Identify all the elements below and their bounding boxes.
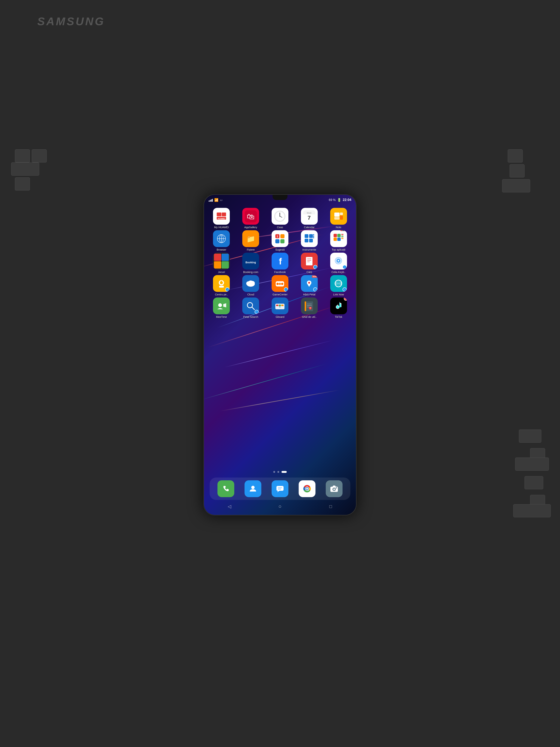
app-calendar[interactable]: Marți 7 Calendar <box>297 208 321 229</box>
download-badge-gamecenter: ↓ <box>284 287 288 291</box>
nav-recents-button[interactable]: □ <box>326 502 335 511</box>
app-booking[interactable]: Booking Booking.com <box>239 253 263 274</box>
app-label-sugestii: Sugestii <box>275 248 285 251</box>
kb-key <box>513 504 551 517</box>
app-icon-fisiere: 📁 <box>242 230 259 247</box>
app-label-ghid: Ghid de util.. <box>302 315 317 318</box>
svg-rect-43 <box>334 234 337 237</box>
page-dots <box>204 471 356 473</box>
dock-app-messages[interactable] <box>272 480 288 497</box>
app-icon-top-aplicatii <box>330 230 347 247</box>
app-meetime[interactable]: MeeTime <box>209 298 234 318</box>
app-instrumente[interactable]: Instrumente <box>297 230 321 251</box>
svg-rect-32 <box>281 234 285 238</box>
app-my-huawei[interactable]: HUAWEI My HUAWEI <box>209 208 234 229</box>
app-ceas[interactable]: Ceas <box>268 208 292 229</box>
svg-text:HUAWEI: HUAWEI <box>218 218 225 220</box>
svg-point-66 <box>220 281 223 284</box>
svg-rect-19 <box>340 212 343 215</box>
app-carti[interactable]: ↓ Cărți <box>297 253 321 274</box>
dock-app-contacts[interactable] <box>244 480 261 497</box>
svg-rect-41 <box>313 237 314 238</box>
dock-app-phone[interactable] <box>217 480 234 497</box>
dock-icon-messages <box>272 480 288 497</box>
app-linknow[interactable]: ↓ Link Now <box>326 275 351 296</box>
kb-key <box>11 162 39 176</box>
nav-back-button[interactable]: ◁ <box>225 502 234 511</box>
app-icon-gboard: G <box>272 298 288 314</box>
svg-point-76 <box>281 283 283 285</box>
svg-rect-37 <box>304 239 309 242</box>
dock-icon-phone <box>217 480 234 497</box>
svg-text:i: i <box>277 235 278 238</box>
app-facebook[interactable]: f Facebook <box>268 253 292 274</box>
kb-key <box>502 179 530 192</box>
app-cloud[interactable]: Cloud <box>239 275 263 296</box>
svg-rect-39 <box>313 234 314 235</box>
app-jocuri[interactable]: Jocuri <box>209 253 234 274</box>
app-row-3: Jocuri Booking Booking.com <box>207 253 353 274</box>
app-sugestii[interactable]: i Sugestii <box>268 230 292 251</box>
app-tiktok[interactable]: 4 TikTok <box>326 298 351 318</box>
dock-icon-contacts <box>244 480 261 497</box>
app-icon-jocuri <box>213 253 230 269</box>
page-dot-2 <box>277 471 279 473</box>
app-label-top-aplicatii: Top aplicații <box>332 248 345 251</box>
svg-rect-96 <box>276 305 278 306</box>
nav-home-button[interactable]: ○ <box>275 502 285 511</box>
app-label-instrumente: Instrumente <box>302 248 316 251</box>
svg-point-121 <box>334 489 335 490</box>
svg-rect-98 <box>281 305 284 306</box>
app-harti[interactable]: NEW ↓ Hărți Petal <box>297 275 321 296</box>
svg-text:📁: 📁 <box>246 235 255 243</box>
app-icon-petalsearch: ↓ <box>242 298 259 314</box>
app-gamecenter[interactable]: ↓ GameCenter <box>268 275 292 296</box>
new-badge-harti: NEW <box>312 276 317 278</box>
page-dot-3 <box>282 471 287 473</box>
app-centru[interactable]: ↓ Centru pe.. <box>209 275 234 296</box>
app-label-browser: Browser <box>217 248 226 251</box>
svg-text:Marți: Marți <box>307 212 311 214</box>
app-label-calendar: Calendar <box>304 226 315 229</box>
svg-rect-90 <box>245 300 257 312</box>
app-celia[interactable]: ↓ Celia Keyb.. <box>326 253 351 274</box>
svg-rect-45 <box>334 237 337 241</box>
app-petalsearch[interactable]: ↓ Petal Search <box>239 298 263 318</box>
svg-rect-1 <box>222 212 226 216</box>
kb-key <box>15 177 30 190</box>
dock <box>210 478 350 500</box>
svg-point-82 <box>308 282 310 284</box>
app-icon-browser <box>213 230 230 247</box>
app-icon-sugestii: i <box>272 230 288 247</box>
page-dot-1 <box>273 471 275 473</box>
svg-rect-48 <box>341 236 344 237</box>
kb-key <box>519 430 541 443</box>
dock-app-camera[interactable] <box>326 480 343 497</box>
download-badge-petalsearch: ↓ <box>255 310 259 314</box>
app-browser[interactable]: Browser <box>209 230 234 251</box>
app-ghid[interactable]: ? Ghid de util.. <box>297 298 321 318</box>
svg-rect-31 <box>275 239 279 243</box>
app-label-centru: Centru pe.. <box>215 293 228 296</box>
kb-key <box>515 458 549 471</box>
app-icon-carti: ↓ <box>301 253 318 269</box>
app-appgallery[interactable]: 🛍 AppGallery <box>239 208 263 229</box>
kb-key <box>525 476 543 489</box>
svg-marker-110 <box>277 491 279 492</box>
svg-point-72 <box>248 281 253 285</box>
battery-icon: 🔋 <box>337 198 341 202</box>
wifi-icon: 📶 <box>214 198 218 202</box>
dock-app-chrome[interactable] <box>299 480 316 497</box>
status-left: 📶 ♪♪ <box>209 198 222 202</box>
app-label-appgallery: AppGallery <box>244 226 257 229</box>
app-note[interactable]: Note <box>326 208 351 229</box>
app-icon-booking: Booking <box>242 253 259 269</box>
app-icon-harti: NEW ↓ <box>301 275 318 292</box>
app-fisiere[interactable]: 📁 Fișiere <box>239 230 263 251</box>
svg-text:f: f <box>279 256 282 266</box>
app-label-jocuri: Jocuri <box>218 271 225 274</box>
svg-rect-38 <box>309 239 313 242</box>
app-top-aplicatii[interactable]: Top aplicații <box>326 230 351 251</box>
app-gboard[interactable]: G Gboard <box>268 298 292 318</box>
kb-key <box>510 164 525 177</box>
